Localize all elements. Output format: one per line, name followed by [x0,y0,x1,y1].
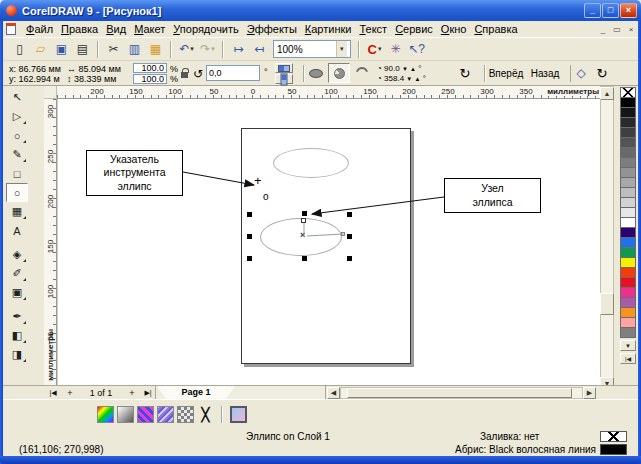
last-page-button[interactable]: ▶| [141,387,155,399]
freehand-tool[interactable]: ✎ [6,145,28,164]
to-back-button[interactable]: Назад [527,65,563,81]
start-angle-value[interactable]: 90.0 [384,64,400,73]
selection-handle[interactable] [247,256,252,261]
color-well[interactable] [620,327,636,338]
palette-more-button[interactable]: ▼ [620,340,636,351]
convert-to-curves-button[interactable]: ◇ [571,63,591,83]
to-front-button[interactable]: Вперёд [486,65,526,81]
spin-up-icon[interactable]: ▲ [415,76,421,82]
document-icon[interactable] [6,23,16,35]
mdi-close-button[interactable]: × [624,23,638,36]
selection-handle[interactable] [247,234,252,239]
texture-fill-icon[interactable] [177,406,194,423]
shape-tool[interactable]: ▷ [6,107,28,126]
minimize-button[interactable]: _ [584,3,601,18]
mdi-minimize-button[interactable]: _ [596,23,610,36]
spin-up-icon[interactable]: ▲ [410,66,416,72]
menu-item[interactable]: Вид [102,22,130,36]
menu-item[interactable]: Текст [355,22,391,36]
print-button[interactable]: ▤ [72,39,93,59]
horizontal-scroll-thumb[interactable] [347,388,572,398]
scale-x-field[interactable]: 100.0 [133,63,167,73]
maximize-button[interactable]: □ [602,3,619,18]
undo-button[interactable]: ↶▾ [176,39,197,59]
width-value[interactable]: 85.094 мм [79,64,121,74]
x-value[interactable]: 86.766 мм [19,64,61,74]
horizontal-ruler[interactable]: 20015010050050100150200250300350400 милл… [57,86,600,99]
ellipse-shape-button[interactable] [305,63,327,83]
ellipse-tool[interactable]: ○ [6,183,28,202]
selection-handle[interactable] [347,256,352,261]
interactive-fill-tool[interactable]: ◨ [6,345,28,364]
horizontal-scrollbar[interactable] [340,387,583,399]
height-value[interactable]: 38.339 мм [74,74,116,84]
no-fill-icon[interactable]: ╳ [197,406,214,423]
paste-button[interactable]: ▦ [145,39,166,59]
import-button[interactable]: ↦ [228,39,249,59]
dropdown-arrow-icon[interactable]: ▾ [190,45,194,53]
page-tab[interactable]: Page 1 [157,386,235,399]
selection-handle[interactable] [302,256,307,261]
mirror-horizontal-button[interactable] [275,63,293,73]
close-button[interactable]: × [620,3,637,18]
interactive-blend-tool[interactable]: ◈ [6,245,28,264]
menu-item[interactable]: Справка [470,22,521,36]
ellipse-node-small[interactable] [341,232,345,236]
arc-shape-button[interactable] [351,63,373,83]
end-angle-value[interactable]: 358.4 [384,74,404,83]
save-button[interactable]: ▣ [51,39,72,59]
menu-item[interactable]: Файл [22,22,57,36]
menu-item[interactable]: Сервис [391,22,437,36]
menu-item[interactable]: Правка [57,22,102,36]
fill-tool[interactable]: ◧ [6,326,28,345]
ellipse-node[interactable] [301,218,306,223]
pick-tool[interactable]: ↖ [6,88,28,107]
spin-down-icon[interactable]: ▼ [406,76,412,82]
pie-shape-button[interactable] [328,63,350,83]
cut-button[interactable]: ✂ [103,39,124,59]
outline-tool[interactable]: ✒ [6,307,28,326]
scroll-left-button[interactable]: ◀ [327,387,340,399]
first-page-button[interactable]: |◀ [46,387,60,399]
callout-node-box[interactable]: Узел эллипса [444,178,541,213]
scroll-right-button[interactable]: ▶ [583,387,596,399]
app-launcher-button[interactable]: C▾ [364,39,385,59]
drawing-canvas[interactable]: Указатель инструмента эллипс Узел эллипс… [57,99,600,385]
zoom-level-input[interactable] [277,44,335,55]
add-page-before-button[interactable]: + [63,387,77,399]
context-help-button[interactable]: ↖? [406,39,427,59]
menu-item[interactable]: Упорядочить [169,22,242,36]
selection-handle[interactable] [347,234,352,239]
polygon-tool[interactable]: ▦ [6,202,28,221]
scale-y-field[interactable]: 100.0 [133,74,167,84]
mdi-restore-button[interactable]: ▭ [610,23,624,36]
y-value[interactable]: 162.994 м [19,74,60,84]
dropdown-arrow-icon[interactable]: ▾ [336,41,347,57]
palette-expand-button[interactable]: |◀ [620,353,636,364]
free-rotation-button[interactable]: ↻ [592,63,612,83]
arc-direction-button[interactable]: ↻ [455,63,475,83]
mirror-vertical-button[interactable] [275,74,293,84]
pattern-fill-icon[interactable] [137,406,154,423]
fill-color-icon[interactable] [97,406,114,423]
corel-graph-button[interactable]: ✳ [385,39,406,59]
dropdown-arrow-icon[interactable]: ▾ [211,45,215,53]
connector-tool[interactable]: ▣ [6,283,28,302]
fountain-fill-icon[interactable] [117,406,134,423]
callout-pointer-box[interactable]: Указатель инструмента эллипс [86,150,183,196]
zoom-tool[interactable]: ○ [6,126,28,145]
menu-item[interactable]: Эффекты [243,22,301,36]
selection-handle[interactable] [347,212,352,217]
scroll-up-button[interactable]: ▲ [600,87,614,100]
vertical-scrollbar[interactable] [600,86,614,399]
copy-button[interactable]: ▥ [124,39,145,59]
text-tool[interactable]: A [6,221,28,240]
dropdown-arrow-icon[interactable]: ▾ [378,45,382,53]
menu-item[interactable]: Макет [130,22,169,36]
lock-ratio-icon[interactable] [181,72,188,78]
selection-handle[interactable] [302,211,307,216]
new-button[interactable]: ▯ [9,39,30,59]
rotation-angle-field[interactable]: 0,0 [206,65,260,81]
full-pattern-fill-icon[interactable] [157,406,174,423]
vertical-ruler[interactable]: 30025020015010050 миллиметры [44,99,57,385]
